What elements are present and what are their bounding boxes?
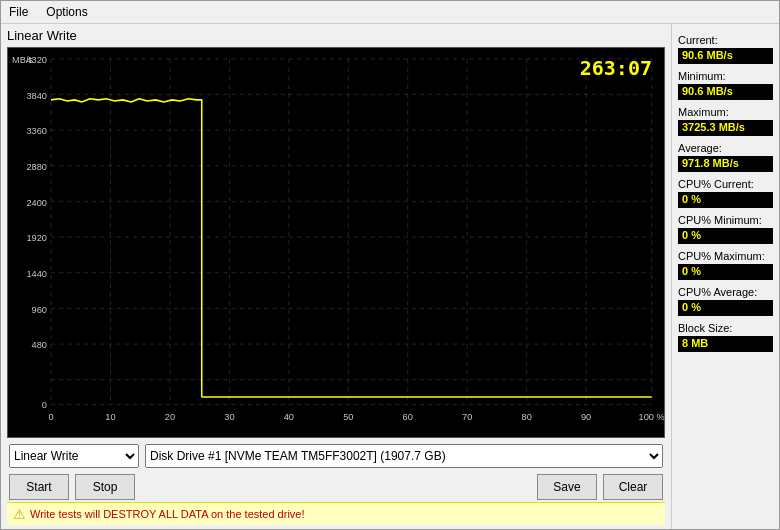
- menubar: File Options: [1, 1, 779, 24]
- cpu-minimum-label: CPU% Minimum:: [678, 214, 773, 226]
- svg-text:1920: 1920: [26, 232, 47, 243]
- svg-text:3360: 3360: [26, 125, 47, 136]
- svg-text:0: 0: [48, 410, 53, 421]
- svg-text:100 %: 100 %: [639, 410, 664, 421]
- current-label: Current:: [678, 34, 773, 46]
- svg-text:2880: 2880: [26, 161, 47, 172]
- average-label: Average:: [678, 142, 773, 154]
- chart-container: 4320 3840 3360 2880 2400 1920 1440 960 4…: [7, 47, 665, 438]
- cpu-maximum-value: 0 %: [678, 264, 773, 280]
- maximum-value: 3725.3 MB/s: [678, 120, 773, 136]
- cpu-current-label: CPU% Current:: [678, 178, 773, 190]
- svg-text:1440: 1440: [26, 268, 47, 279]
- svg-text:30: 30: [224, 410, 234, 421]
- timer-display: 263:07: [580, 56, 652, 80]
- stop-button[interactable]: Stop: [75, 474, 135, 500]
- svg-text:40: 40: [284, 410, 294, 421]
- menu-file[interactable]: File: [5, 3, 32, 21]
- menu-options[interactable]: Options: [42, 3, 91, 21]
- cpu-current-value: 0 %: [678, 192, 773, 208]
- cpu-average-label: CPU% Average:: [678, 286, 773, 298]
- minimum-label: Minimum:: [678, 70, 773, 82]
- cpu-average-value: 0 %: [678, 300, 773, 316]
- svg-text:90: 90: [581, 410, 591, 421]
- svg-text:10: 10: [105, 410, 115, 421]
- svg-text:960: 960: [32, 304, 47, 315]
- svg-text:70: 70: [462, 410, 472, 421]
- svg-text:60: 60: [403, 410, 413, 421]
- block-size-label: Block Size:: [678, 322, 773, 334]
- main-panel: Linear Write: [1, 24, 671, 529]
- warning-text: Write tests will DESTROY ALL DATA on the…: [30, 508, 305, 520]
- cpu-maximum-label: CPU% Maximum:: [678, 250, 773, 262]
- disk-select[interactable]: Disk Drive #1 [NVMe TEAM TM5FF3002T] (19…: [145, 444, 663, 468]
- warning-icon: ⚠: [13, 506, 26, 522]
- svg-text:0: 0: [42, 399, 47, 410]
- test-title: Linear Write: [7, 28, 665, 43]
- controls-bar: Linear Write Linear Read Random Write Ra…: [7, 440, 665, 472]
- svg-text:3840: 3840: [26, 90, 47, 101]
- svg-rect-0: [8, 48, 664, 437]
- svg-text:2400: 2400: [26, 197, 47, 208]
- svg-text:50: 50: [343, 410, 353, 421]
- average-value: 971.8 MB/s: [678, 156, 773, 172]
- content-area: Linear Write: [1, 24, 779, 529]
- start-button[interactable]: Start: [9, 474, 69, 500]
- warning-bar: ⚠ Write tests will DESTROY ALL DATA on t…: [7, 502, 665, 525]
- svg-text:20: 20: [165, 410, 175, 421]
- maximum-label: Maximum:: [678, 106, 773, 118]
- main-window: File Options Linear Write: [0, 0, 780, 530]
- minimum-value: 90.6 MB/s: [678, 84, 773, 100]
- button-row: Start Stop Save Clear: [7, 472, 665, 502]
- save-button[interactable]: Save: [537, 474, 597, 500]
- cpu-minimum-value: 0 %: [678, 228, 773, 244]
- block-size-value: 8 MB: [678, 336, 773, 352]
- svg-text:80: 80: [522, 410, 532, 421]
- current-value: 90.6 MB/s: [678, 48, 773, 64]
- chart-svg: 4320 3840 3360 2880 2400 1920 1440 960 4…: [8, 48, 664, 437]
- mode-select[interactable]: Linear Write Linear Read Random Write Ra…: [9, 444, 139, 468]
- svg-text:480: 480: [32, 339, 47, 350]
- svg-text:MB/s: MB/s: [12, 54, 33, 65]
- clear-button[interactable]: Clear: [603, 474, 663, 500]
- stats-panel: Current: 90.6 MB/s Minimum: 90.6 MB/s Ma…: [671, 24, 779, 529]
